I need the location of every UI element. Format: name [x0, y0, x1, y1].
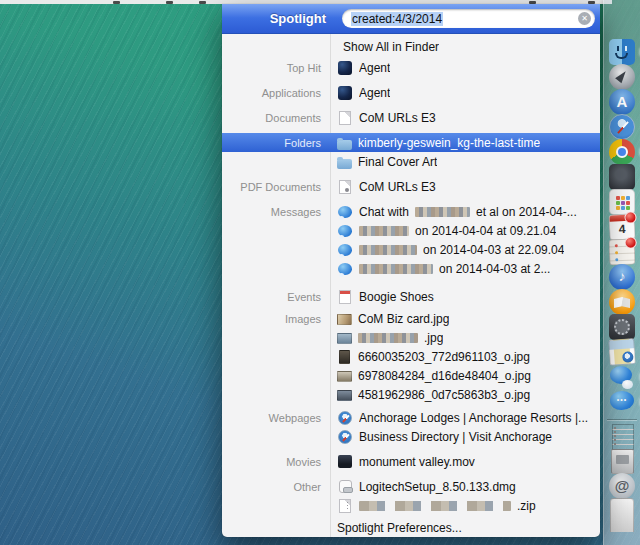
result-webpage-anchorage-lodges[interactable]: Webpages Anchorage Lodges | Anchorage Re…: [222, 408, 600, 427]
spotlight-panel: Spotlight created:4/3/2014 ✕ Show All in…: [222, 4, 600, 537]
image-thumbnail-icon: [337, 333, 352, 344]
calendar-date: 4: [610, 221, 635, 236]
redacted-name: [359, 264, 433, 274]
mail-stack-dock-icon[interactable]: @: [609, 473, 635, 499]
result-webpage-business-directory[interactable]: Business Directory | Visit Anchorage: [222, 427, 600, 446]
notification-badge: [624, 211, 637, 224]
category-messages: Messages: [222, 206, 330, 218]
clear-search-icon[interactable]: ✕: [578, 12, 591, 25]
result-pdf-com-urls[interactable]: PDF Documents CoM URLs E3: [222, 177, 600, 196]
spotlight-results: Show All in Finder Top Hit Agent Applica…: [222, 34, 600, 537]
result-folder-kimberly-geswein-selected[interactable]: Folders kimberly-geswein_kg-the-last-tim…: [222, 133, 600, 152]
result-image-redacted[interactable]: .jpg: [222, 328, 600, 347]
menu-extra-icon: [199, 1, 206, 4]
iweb-dock-icon[interactable]: [608, 338, 636, 366]
agent-app-icon: [338, 61, 352, 75]
search-query-text: created:4/3/2014: [351, 12, 443, 26]
desktop-screen: Spotlight created:4/3/2014 ✕ Show All in…: [0, 0, 640, 545]
result-top-hit-agent[interactable]: Top Hit Agent: [222, 58, 600, 77]
calendar-event-icon: [339, 290, 351, 304]
result-application-agent[interactable]: Applications Agent: [222, 83, 600, 102]
ibooks-dock-icon[interactable]: [609, 289, 635, 315]
safari-globe-icon: [338, 430, 352, 444]
chat-bubble-icon: [338, 206, 352, 218]
result-document-com-urls[interactable]: Documents CoM URLs E3: [222, 108, 600, 127]
show-all-label: Show All in Finder: [343, 40, 439, 54]
dark-app-dock-icon[interactable]: [609, 164, 635, 190]
safari-dock-icon[interactable]: [609, 114, 635, 140]
image-thumbnail-icon: [339, 350, 350, 364]
message-bubble-icon: •••: [610, 391, 634, 410]
category-movies: Movies: [222, 456, 330, 468]
trash-dock-icon[interactable]: [610, 498, 634, 532]
result-message[interactable]: on 2014-04-03 at 22.09.04: [222, 240, 600, 259]
document-icon: [339, 111, 351, 125]
image-thumbnail-icon: [337, 390, 352, 401]
category-documents: Documents: [222, 112, 330, 124]
result-movie-monument-valley[interactable]: Movies monument valley.mov: [222, 452, 600, 471]
result-other-logitech-dmg[interactable]: Other LogitechSetup_8.50.133.dmg: [222, 477, 600, 496]
itunes-dock-icon[interactable]: ♪: [609, 264, 635, 290]
pdf-icon: [339, 180, 351, 194]
category-applications: Applications: [222, 87, 330, 99]
zip-archive-icon: [339, 499, 351, 513]
dock: A 4 ♪ ••• @: [603, 0, 640, 545]
category-top-hit: Top Hit: [222, 62, 330, 74]
category-other: Other: [222, 481, 330, 493]
folder-icon: [337, 140, 352, 150]
image-thumbnail-icon: [337, 314, 352, 325]
folder-icon: [337, 159, 352, 169]
redacted-name: [359, 226, 409, 236]
redacted-name: [358, 333, 418, 343]
safari-globe-icon: [338, 411, 352, 425]
category-images: Images: [222, 313, 330, 325]
spotlight-search-input[interactable]: created:4/3/2014 ✕: [342, 9, 595, 28]
menu-extra-icon: [166, 1, 173, 4]
result-image[interactable]: 6660035203_772d961103_o.jpg: [222, 347, 600, 366]
redacted-name: [359, 501, 511, 511]
notification-badge: [624, 236, 636, 248]
spotlight-header: Spotlight created:4/3/2014 ✕: [222, 4, 600, 34]
messages-dock-icon[interactable]: •••: [609, 389, 635, 415]
category-folders: Folders: [222, 137, 330, 149]
result-image[interactable]: 6978084284_d16de48404_o.jpg: [222, 366, 600, 385]
launchpad-dock-icon[interactable]: [609, 64, 635, 90]
result-folder-final-cover-art[interactable]: Final Cover Art: [222, 152, 600, 171]
system-preferences-dock-icon[interactable]: [609, 314, 635, 340]
app-store-dock-icon[interactable]: A: [609, 89, 635, 115]
chrome-dock-icon[interactable]: [609, 139, 635, 165]
result-image-com-biz-card[interactable]: Images CoM Biz card.jpg: [222, 309, 600, 328]
result-image[interactable]: 4581962986_0d7c5863b3_o.jpg: [222, 385, 600, 404]
notebook-stack-dock-icon[interactable]: [612, 424, 634, 450]
category-webpages: Webpages: [222, 412, 330, 424]
redacted-name: [415, 207, 470, 217]
ichat-dock-icon[interactable]: [609, 364, 635, 390]
spotlight-preferences-item[interactable]: Spotlight Preferences...: [222, 518, 600, 537]
menu-extra-icon: [113, 1, 120, 4]
chat-bubble-icon: [338, 244, 352, 256]
chat-bubble-icon: [338, 225, 352, 237]
movie-thumbnail-icon: [338, 455, 352, 468]
redacted-name: [359, 245, 417, 255]
agent-app-icon: [338, 86, 352, 100]
result-event-boogie-shoes[interactable]: Events Boogie Shoes: [222, 287, 600, 306]
disk-image-icon: [339, 480, 352, 493]
category-pdf-documents: PDF Documents: [222, 181, 330, 193]
result-message-chat[interactable]: Messages Chat with et al on 2014-04-...: [222, 202, 600, 221]
result-message[interactable]: on 2014-04-03 at 2...: [222, 259, 600, 278]
finder-dock-icon[interactable]: [609, 39, 635, 65]
result-show-all-in-finder[interactable]: Show All in Finder: [222, 37, 600, 56]
result-message[interactable]: on 2014-04-04 at 09.21.04: [222, 221, 600, 240]
chat-bubble-icon: [338, 263, 352, 275]
spotlight-title: Spotlight: [222, 11, 326, 26]
image-thumbnail-icon: [337, 371, 352, 382]
category-events: Events: [222, 291, 330, 303]
result-other-zip[interactable]: .zip: [222, 496, 600, 515]
documents-stack-dock-icon[interactable]: [611, 449, 634, 474]
reminders-dock-icon[interactable]: [609, 239, 636, 266]
dock-divider: [607, 419, 637, 420]
